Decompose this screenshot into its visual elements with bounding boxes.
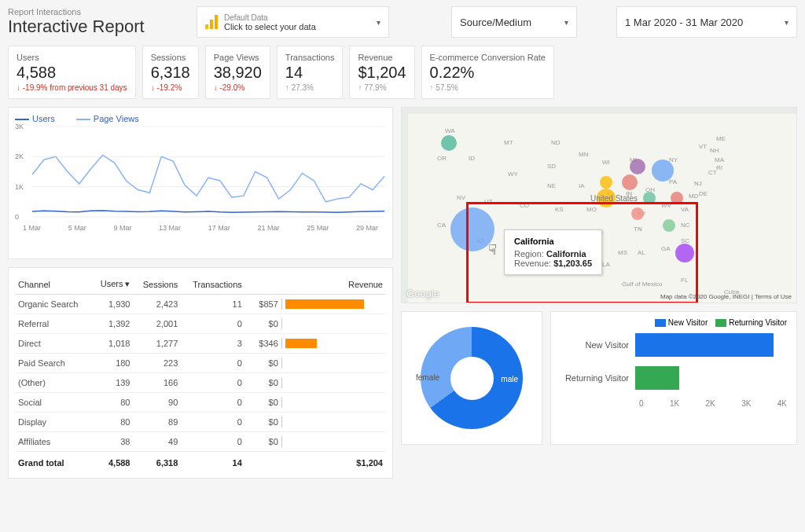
metric-label: E-commerce Conversion Rate — [430, 53, 546, 62]
map-state-label: IA — [579, 182, 585, 189]
map-state-label: NJ — [694, 180, 702, 187]
data-source-selector[interactable]: Default Data Click to select your data ▾ — [197, 6, 389, 38]
map-bubble[interactable] — [652, 160, 674, 182]
table-row[interactable]: Direct1,0181,2773 $346 — [15, 334, 386, 354]
svg-text:3K: 3K — [15, 123, 24, 130]
page-title: Interactive Report — [8, 17, 189, 37]
chevron-down-icon: ▾ — [564, 18, 568, 27]
metric-value: 0.22% — [430, 64, 546, 82]
svg-text:2K: 2K — [15, 152, 24, 160]
map-state-label: NH — [710, 147, 719, 154]
line-chart[interactable]: 01K2K3K 1 Mar5 Mar9 Mar13 Mar17 Mar21 Ma… — [15, 127, 386, 252]
table-row[interactable]: Paid Search1802230 $0 — [15, 354, 386, 373]
map-state-label: ME — [716, 135, 726, 142]
visitor-bar-panel[interactable]: New VisitorReturning Visitor New Visitor… — [550, 311, 797, 445]
metric-delta: ↓ -29.0% — [214, 83, 262, 92]
map-state-label: WA — [445, 127, 455, 134]
x-axis: 1 Mar5 Mar9 Mar13 Mar17 Mar21 Mar25 Mar2… — [15, 224, 386, 232]
metrics-row: Users 4,588 ↓ -19.9% from previous 31 da… — [8, 46, 797, 99]
table-row[interactable]: Display80890 $0 — [15, 413, 386, 432]
svg-text:0: 0 — [15, 213, 19, 221]
metric-value: $1,204 — [358, 64, 406, 82]
map-bubble[interactable] — [630, 159, 645, 174]
metric-value: 4,588 — [17, 64, 127, 82]
bar-row: New Visitor — [561, 333, 787, 357]
pointer-icon: ☟ — [488, 241, 497, 259]
metric-value: 6,318 — [151, 64, 190, 82]
table-header[interactable]: Transactions — [181, 274, 245, 295]
dimension-value: Source/Medium — [460, 17, 531, 28]
channel-table-panel: ChannelUsers ▾SessionsTransactionsRevenu… — [8, 267, 393, 479]
metric-label: Revenue — [358, 53, 406, 62]
map-attribution: Map data ©2020 Google, INEGI | Terms of … — [660, 293, 792, 300]
date-range-value: 1 Mar 2020 - 31 Mar 2020 — [625, 17, 743, 28]
map-bubble[interactable] — [600, 176, 612, 189]
data-source-prompt: Click to select your data — [224, 22, 316, 31]
metric-label: Users — [17, 53, 127, 62]
chevron-down-icon: ▾ — [785, 18, 788, 27]
map-state-label: MN — [579, 151, 588, 158]
dimension-selector[interactable]: Source/Medium ▾ — [451, 6, 577, 38]
metric-label: Sessions — [151, 53, 190, 62]
bar-legend: New VisitorReturning Visitor — [561, 318, 787, 327]
metric-value: 14 — [285, 64, 335, 82]
donut-chart-panel[interactable]: female male — [401, 311, 542, 445]
metric-card[interactable]: Revenue $1,204 ↑ 77.9% — [349, 46, 414, 99]
chevron-down-icon: ▾ — [377, 18, 380, 27]
map-state-label: ID — [469, 155, 475, 162]
map-state-label: MD — [689, 193, 698, 200]
map-state-label: PA — [669, 178, 677, 185]
table-header[interactable]: Revenue — [245, 274, 386, 295]
map-state-label: NE — [547, 182, 556, 189]
legend-pageviews: Page Views — [94, 114, 139, 123]
table-header[interactable]: Sessions — [133, 274, 181, 295]
table-total-row: Grand total4,5886,31814$1,204 — [15, 452, 386, 472]
table-header[interactable]: Users ▾ — [92, 274, 134, 295]
metric-card[interactable]: Sessions 6,318 ↓ -19.2% — [142, 46, 199, 99]
table-row[interactable]: (Other)1391660 $0 — [15, 373, 386, 393]
metric-card[interactable]: Transactions 14 ↑ 27.3% — [277, 46, 344, 99]
table-row[interactable]: Social80900 $0 — [15, 393, 386, 413]
date-range-selector[interactable]: 1 Mar 2020 - 31 Mar 2020 ▾ — [616, 6, 797, 38]
bar-axis: 01K2K3K4K — [561, 399, 787, 408]
line-chart-panel: Users Page Views 01K2K3K 1 Mar5 Mar9 Mar… — [8, 107, 393, 259]
map-bubble[interactable] — [441, 135, 457, 151]
map-state-label: CT — [708, 169, 717, 176]
map-panel[interactable]: WAORIDMTNDMNWIMINYMEVTNHMARICTNJPAOHINIL… — [401, 107, 797, 303]
table-row[interactable]: Referral1,3922,0010 $0 — [15, 314, 386, 334]
metric-delta: ↓ -19.2% — [151, 83, 190, 92]
map-tooltip: California Region: California Revenue: $… — [504, 229, 602, 275]
metric-delta: ↑ 57.5% — [430, 83, 546, 92]
map-state-label: OR — [437, 155, 447, 162]
bar-row: Returning Visitor — [561, 366, 787, 390]
map-state-label: NV — [457, 194, 465, 201]
map-state-label: MA — [715, 156, 724, 163]
map-bubble[interactable] — [622, 174, 638, 190]
map-state-label: VT — [699, 143, 707, 150]
metric-delta: ↑ 27.3% — [285, 83, 335, 92]
table-row[interactable]: Affiliates38490 $0 — [15, 432, 386, 452]
tooltip-title: California — [514, 237, 592, 246]
donut-label-male: male — [501, 375, 518, 383]
legend-item: New Visitor — [655, 318, 708, 327]
map-state-label: CA — [437, 222, 446, 229]
map-state-label: RI — [716, 164, 722, 171]
legend-item: Returning Visitor — [715, 318, 787, 327]
google-logo: Google — [406, 288, 439, 299]
chart-legend: Users Page Views — [15, 114, 386, 123]
table-row[interactable]: Organic Search1,9302,42311 $857 — [15, 295, 386, 314]
channel-table: ChannelUsers ▾SessionsTransactionsRevenu… — [15, 274, 386, 471]
map-state-label: SD — [547, 163, 556, 170]
map-state-label: DE — [699, 190, 708, 197]
metric-card[interactable]: E-commerce Conversion Rate 0.22% ↑ 57.5% — [421, 46, 554, 99]
metric-delta: ↓ -19.9% from previous 31 days — [17, 83, 127, 92]
map-state-label: ND — [551, 139, 561, 146]
metric-delta: ↑ 77.9% — [358, 83, 406, 92]
header-bar: Report Interactions Interactive Report D… — [8, 6, 797, 38]
page-subtitle: Report Interactions — [8, 7, 189, 17]
metric-card[interactable]: Users 4,588 ↓ -19.9% from previous 31 da… — [8, 46, 136, 99]
table-header[interactable]: Channel — [15, 274, 92, 295]
metric-label: Page Views — [214, 53, 262, 62]
metric-card[interactable]: Page Views 38,920 ↓ -29.0% — [205, 46, 270, 99]
data-source-label: Default Data — [224, 13, 316, 22]
